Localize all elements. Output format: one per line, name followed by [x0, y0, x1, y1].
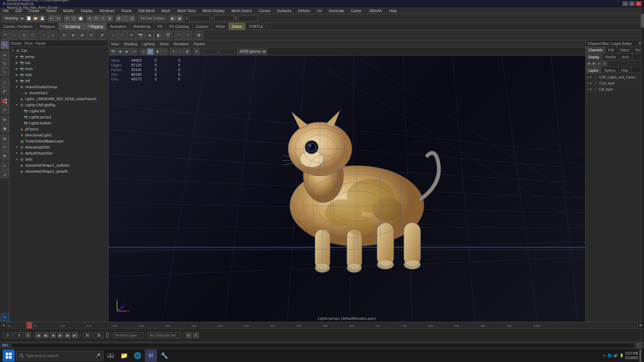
select-btn[interactable]: ✦: [64, 15, 70, 21]
outliner-item-left[interactable]: ▶ 📷 left: [9, 78, 108, 84]
shelf-camera-btn[interactable]: 📷: [136, 31, 145, 40]
timeline-scroll-right[interactable]: ▶: [637, 322, 644, 328]
shelf-bend-btn[interactable]: ↙: [49, 31, 57, 40]
menu-deform[interactable]: Deform: [297, 8, 312, 13]
scale-btn[interactable]: ⤡: [100, 15, 106, 21]
menu-uv[interactable]: UV: [316, 8, 323, 13]
tab-rigging[interactable]: ⚙ Rigging: [84, 23, 107, 30]
move-btn[interactable]: ✛: [87, 15, 93, 21]
menu-3dtoall[interactable]: -3DtoAll-: [367, 8, 384, 13]
shelf-curve-btn[interactable]: 〜: [1, 31, 10, 40]
vp-wire-btn[interactable]: ⊞: [147, 48, 154, 55]
timeline-key-btn[interactable]: K: [193, 332, 199, 338]
vp-menu-shading[interactable]: Shading: [122, 42, 139, 46]
cb-break-btn[interactable]: B: [602, 61, 607, 66]
shelf-down-btn[interactable]: ▼: [98, 31, 107, 40]
shelf-arrow-btn[interactable]: →: [40, 31, 48, 40]
vp-menu-view[interactable]: View: [110, 42, 120, 46]
shelf-deform2-btn[interactable]: ⊕: [69, 31, 77, 40]
menu-create[interactable]: Create: [27, 8, 41, 13]
outliner-item-turtle-bake[interactable]: ▤ TurtleDefaultBakeLayer: [9, 138, 108, 144]
shelf-wave2-btn[interactable]: ≈: [183, 31, 192, 40]
display-tool-btn[interactable]: 👁: [1, 116, 9, 124]
outliner-item-cm-light-rig[interactable]: ▼ ⊞ Lights:CMLightRig: [9, 102, 108, 108]
cb-arrow-left[interactable]: ◀: [586, 61, 591, 66]
play-back-btn[interactable]: ◀: [50, 332, 56, 338]
close-btn[interactable]: ✕: [636, 1, 641, 6]
skip-start-btn[interactable]: |◀: [35, 332, 41, 338]
taskbar-maya-app[interactable]: M: [145, 350, 157, 362]
timeline-settings-btn[interactable]: ⚙: [185, 332, 192, 338]
tab-fx[interactable]: FX: [154, 23, 166, 30]
outliner-item-shave-display-group[interactable]: ▼ ⊞ shaveDisplayGroup: [9, 84, 108, 90]
outliner-item-cat[interactable]: ▼ ⊞ Cat: [9, 48, 108, 54]
menu-modify[interactable]: Modify: [62, 8, 75, 13]
open-btn[interactable]: 📂: [33, 15, 39, 21]
gamma-dropdown[interactable]: sRGB gamma: [237, 49, 267, 55]
tab-rendering[interactable]: Rendering: [130, 23, 154, 30]
redo-btn[interactable]: ↪: [55, 15, 61, 21]
menu-mesh-tools[interactable]: Mesh Tools: [176, 8, 197, 13]
layers-tab-help[interactable]: Help: [619, 67, 631, 74]
menu-help[interactable]: Help: [388, 8, 398, 13]
extra-tool5-btn[interactable]: ⊿: [1, 170, 9, 178]
vp-render-btn[interactable]: ◉: [117, 48, 123, 55]
menu-mesh[interactable]: Mesh: [160, 8, 172, 13]
tab-sculpting[interactable]: ✏ Sculpting: [59, 23, 84, 30]
save-btn[interactable]: 💾: [39, 15, 45, 21]
outliner-item-pplane1[interactable]: ◈ pPlane1: [9, 126, 108, 132]
vp-shadow-btn[interactable]: ◐: [184, 48, 191, 55]
outliner-item-shave-growth[interactable]: ◈ shaveHairShape1_growth: [9, 168, 108, 174]
outliner-item-lights-left[interactable]: 📷 Lights:left: [9, 108, 108, 114]
vp-light2-btn[interactable]: ○: [177, 48, 184, 55]
z-field[interactable]: [238, 15, 258, 21]
outliner-item-sets[interactable]: ▼ ⊞ Sets: [9, 156, 108, 162]
y-field[interactable]: [214, 15, 234, 21]
outliner-scrollbar-thumb[interactable]: [641, 14, 644, 27]
x-field[interactable]: [190, 15, 210, 21]
vp-menu-renderer[interactable]: Renderer: [172, 42, 190, 46]
shelf-extra-btn[interactable]: ✿: [195, 31, 203, 40]
extra-tool3-btn[interactable]: ◈: [1, 152, 9, 160]
step-fwd-btn[interactable]: |▶: [65, 332, 71, 338]
menu-edit[interactable]: Edit: [14, 8, 23, 13]
outliner-tab-display[interactable]: Display: [11, 42, 22, 45]
universal-btn[interactable]: ⊕: [107, 15, 113, 21]
tab-share[interactable]: Share: [229, 23, 246, 30]
disp-tab-anim[interactable]: Anim: [619, 54, 633, 60]
disp-tab-render[interactable]: Render: [602, 54, 619, 60]
system-clock[interactable]: 5:57 PM 1/1/2020: [625, 351, 638, 360]
outliner-item-lights-bottom[interactable]: 📷 Lights:bottom: [9, 120, 108, 126]
layers-tab-layers[interactable]: Layers: [586, 67, 601, 74]
move-tool-btn[interactable]: ✛: [1, 51, 9, 59]
status-icon[interactable]: ✓: [637, 343, 642, 348]
shelf-deform4-btn[interactable]: ⊙: [87, 31, 96, 40]
cb-tab-channels[interactable]: Channels: [586, 47, 605, 54]
rotate-btn[interactable]: ↻: [93, 15, 99, 21]
menu-mesh-display[interactable]: Mesh Display: [201, 8, 226, 13]
select-tool-btn[interactable]: ↖: [1, 41, 9, 49]
start-frame-field[interactable]: [3, 332, 13, 338]
new-file-btn[interactable]: 📄: [26, 15, 32, 21]
vp-shade1-btn[interactable]: ◫: [140, 48, 147, 55]
outliner-scrollbar[interactable]: [641, 7, 644, 342]
undo-btn[interactable]: ↩: [48, 15, 54, 21]
outliner-tab-panels[interactable]: Panels: [36, 42, 46, 45]
vp-field1[interactable]: 0.00: [202, 49, 217, 55]
play-fwd-btn[interactable]: ▶: [57, 332, 63, 338]
vp-loop-btn[interactable]: ↺: [131, 48, 138, 55]
show-desktop-btn[interactable]: [639, 350, 641, 362]
vp-field2[interactable]: 1.00: [220, 49, 235, 55]
vp-menu-panels[interactable]: Panels: [192, 42, 206, 46]
scale-tool-btn[interactable]: ⤡: [1, 68, 9, 76]
shelf-light-btn[interactable]: ✦: [127, 31, 136, 40]
anim-keyframe-field[interactable]: 0: [25, 332, 31, 338]
snap-curve-btn[interactable]: ⌒: [122, 15, 128, 21]
shelf-extrude-btn[interactable]: ⬡: [29, 31, 37, 40]
no-anim-layer-label[interactable]: No Anim Layer: [113, 332, 143, 338]
command-line[interactable]: [12, 343, 634, 348]
menu-generate[interactable]: Generate: [327, 8, 345, 13]
outliner-tab-show[interactable]: Show: [24, 42, 33, 45]
shelf-deform3-btn[interactable]: ⊗: [78, 31, 87, 40]
menu-mesh-select[interactable]: Mesh Select: [230, 8, 253, 13]
